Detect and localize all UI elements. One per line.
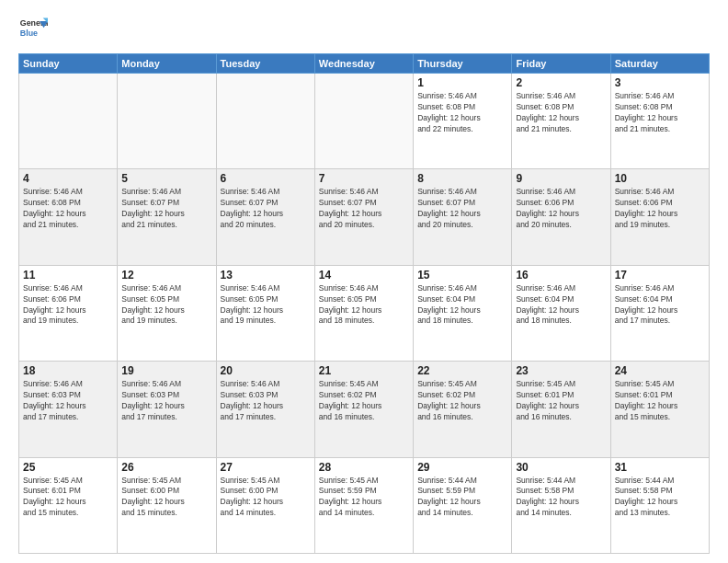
day-info: Sunrise: 5:46 AM Sunset: 6:08 PM Dayligh… [23,187,113,231]
calendar-cell: 12Sunrise: 5:46 AM Sunset: 6:05 PM Dayli… [118,265,216,361]
calendar-cell: 7Sunrise: 5:46 AM Sunset: 6:07 PM Daylig… [314,169,413,265]
day-number: 8 [417,172,507,185]
day-number: 18 [23,364,113,377]
logo-icon: General Blue [18,15,48,44]
calendar-cell: 18Sunrise: 5:46 AM Sunset: 6:03 PM Dayli… [19,362,118,457]
week-row-1: 4Sunrise: 5:46 AM Sunset: 6:08 PM Daylig… [19,169,710,265]
day-info: Sunrise: 5:46 AM Sunset: 6:04 PM Dayligh… [417,283,507,327]
weekday-header-wednesday: Wednesday [314,54,413,74]
calendar-cell: 8Sunrise: 5:46 AM Sunset: 6:07 PM Daylig… [414,169,512,265]
calendar-cell: 29Sunrise: 5:44 AM Sunset: 5:59 PM Dayli… [414,457,512,553]
calendar-cell: 23Sunrise: 5:45 AM Sunset: 6:01 PM Dayli… [512,362,610,457]
day-number: 17 [615,269,705,282]
weekday-header-saturday: Saturday [610,54,709,74]
day-info: Sunrise: 5:46 AM Sunset: 6:08 PM Dayligh… [417,91,507,135]
day-info: Sunrise: 5:45 AM Sunset: 6:02 PM Dayligh… [417,379,507,423]
day-info: Sunrise: 5:45 AM Sunset: 6:00 PM Dayligh… [121,476,211,520]
calendar-cell [216,74,314,169]
day-number: 21 [319,364,409,377]
day-number: 7 [319,172,409,185]
calendar-cell: 21Sunrise: 5:45 AM Sunset: 6:02 PM Dayli… [314,362,413,457]
day-number: 6 [221,172,311,185]
day-info: Sunrise: 5:46 AM Sunset: 6:04 PM Dayligh… [615,283,705,327]
day-number: 11 [23,269,113,282]
day-info: Sunrise: 5:45 AM Sunset: 6:00 PM Dayligh… [221,476,311,520]
day-number: 23 [516,364,606,377]
svg-text:Blue: Blue [20,29,38,38]
calendar-cell: 19Sunrise: 5:46 AM Sunset: 6:03 PM Dayli… [118,362,216,457]
day-info: Sunrise: 5:46 AM Sunset: 6:08 PM Dayligh… [615,91,705,135]
day-number: 13 [221,269,311,282]
page: General Blue SundayMondayTuesdayWednesda… [0,0,728,563]
day-number: 1 [417,76,507,89]
calendar-header: SundayMondayTuesdayWednesdayThursdayFrid… [19,54,710,74]
calendar-cell: 2Sunrise: 5:46 AM Sunset: 6:08 PM Daylig… [512,74,610,169]
day-number: 20 [221,364,311,377]
day-info: Sunrise: 5:46 AM Sunset: 6:04 PM Dayligh… [516,283,606,327]
day-number: 31 [615,461,705,474]
day-info: Sunrise: 5:46 AM Sunset: 6:05 PM Dayligh… [319,283,409,327]
day-info: Sunrise: 5:44 AM Sunset: 5:58 PM Dayligh… [516,476,606,520]
day-info: Sunrise: 5:45 AM Sunset: 6:02 PM Dayligh… [319,379,409,423]
day-info: Sunrise: 5:46 AM Sunset: 6:07 PM Dayligh… [319,187,409,231]
weekday-header-monday: Monday [118,54,216,74]
day-info: Sunrise: 5:44 AM Sunset: 5:59 PM Dayligh… [417,476,507,520]
calendar-cell: 9Sunrise: 5:46 AM Sunset: 6:06 PM Daylig… [512,169,610,265]
day-number: 15 [417,269,507,282]
day-info: Sunrise: 5:46 AM Sunset: 6:06 PM Dayligh… [23,283,113,327]
day-number: 27 [221,461,311,474]
day-info: Sunrise: 5:46 AM Sunset: 6:03 PM Dayligh… [221,379,311,423]
day-number: 10 [615,172,705,185]
calendar-cell: 4Sunrise: 5:46 AM Sunset: 6:08 PM Daylig… [19,169,118,265]
day-info: Sunrise: 5:46 AM Sunset: 6:07 PM Dayligh… [221,187,311,231]
day-number: 16 [516,269,606,282]
day-info: Sunrise: 5:46 AM Sunset: 6:05 PM Dayligh… [221,283,311,327]
weekday-header-tuesday: Tuesday [216,54,314,74]
day-number: 3 [615,76,705,89]
calendar-cell: 28Sunrise: 5:45 AM Sunset: 5:59 PM Dayli… [314,457,413,553]
calendar-cell: 22Sunrise: 5:45 AM Sunset: 6:02 PM Dayli… [414,362,512,457]
day-info: Sunrise: 5:46 AM Sunset: 6:05 PM Dayligh… [121,283,211,327]
weekday-header-thursday: Thursday [414,54,512,74]
weekday-header-row: SundayMondayTuesdayWednesdayThursdayFrid… [19,54,710,74]
calendar-cell: 10Sunrise: 5:46 AM Sunset: 6:06 PM Dayli… [610,169,709,265]
calendar-cell: 24Sunrise: 5:45 AM Sunset: 6:01 PM Dayli… [610,362,709,457]
day-info: Sunrise: 5:45 AM Sunset: 6:01 PM Dayligh… [516,379,606,423]
calendar-cell: 27Sunrise: 5:45 AM Sunset: 6:00 PM Dayli… [216,457,314,553]
calendar-cell: 16Sunrise: 5:46 AM Sunset: 6:04 PM Dayli… [512,265,610,361]
day-info: Sunrise: 5:45 AM Sunset: 6:01 PM Dayligh… [615,379,705,423]
day-number: 29 [417,461,507,474]
day-number: 25 [23,461,113,474]
day-info: Sunrise: 5:46 AM Sunset: 6:07 PM Dayligh… [417,187,507,231]
calendar-cell: 31Sunrise: 5:44 AM Sunset: 5:58 PM Dayli… [610,457,709,553]
day-number: 19 [121,364,211,377]
calendar-cell: 1Sunrise: 5:46 AM Sunset: 6:08 PM Daylig… [414,74,512,169]
week-row-0: 1Sunrise: 5:46 AM Sunset: 6:08 PM Daylig… [19,74,710,169]
calendar-cell: 17Sunrise: 5:46 AM Sunset: 6:04 PM Dayli… [610,265,709,361]
calendar-cell: 5Sunrise: 5:46 AM Sunset: 6:07 PM Daylig… [118,169,216,265]
calendar-table: SundayMondayTuesdayWednesdayThursdayFrid… [18,53,710,554]
day-info: Sunrise: 5:46 AM Sunset: 6:03 PM Dayligh… [121,379,211,423]
day-info: Sunrise: 5:46 AM Sunset: 6:08 PM Dayligh… [516,91,606,135]
day-number: 14 [319,269,409,282]
logo: General Blue [18,15,48,44]
calendar-cell: 25Sunrise: 5:45 AM Sunset: 6:01 PM Dayli… [19,457,118,553]
calendar-cell: 6Sunrise: 5:46 AM Sunset: 6:07 PM Daylig… [216,169,314,265]
calendar-cell: 11Sunrise: 5:46 AM Sunset: 6:06 PM Dayli… [19,265,118,361]
day-number: 28 [319,461,409,474]
weekday-header-sunday: Sunday [19,54,118,74]
day-number: 4 [23,172,113,185]
calendar-cell: 13Sunrise: 5:46 AM Sunset: 6:05 PM Dayli… [216,265,314,361]
week-row-4: 25Sunrise: 5:45 AM Sunset: 6:01 PM Dayli… [19,457,710,553]
day-info: Sunrise: 5:44 AM Sunset: 5:58 PM Dayligh… [615,476,705,520]
calendar-cell: 26Sunrise: 5:45 AM Sunset: 6:00 PM Dayli… [118,457,216,553]
calendar-cell [314,74,413,169]
day-number: 12 [121,269,211,282]
calendar-cell: 15Sunrise: 5:46 AM Sunset: 6:04 PM Dayli… [414,265,512,361]
day-number: 24 [615,364,705,377]
week-row-2: 11Sunrise: 5:46 AM Sunset: 6:06 PM Dayli… [19,265,710,361]
day-info: Sunrise: 5:46 AM Sunset: 6:07 PM Dayligh… [121,187,211,231]
day-number: 9 [516,172,606,185]
day-number: 26 [121,461,211,474]
day-number: 2 [516,76,606,89]
